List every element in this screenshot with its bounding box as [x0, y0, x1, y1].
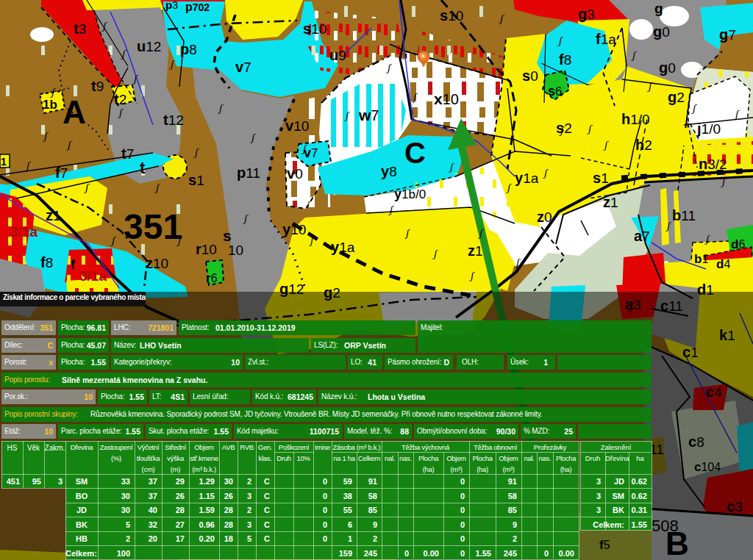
svg-text:z1: z1 [468, 243, 483, 259]
svg-text:v10: v10 [285, 118, 309, 134]
svg-text:d4: d4 [716, 257, 730, 271]
svg-text:s10: s10 [440, 7, 463, 24]
svg-text:g3: g3 [578, 6, 595, 22]
svg-text:f8: f8 [559, 51, 571, 68]
svg-text:t7: t7 [121, 146, 134, 162]
svg-text:p8: p8 [180, 41, 197, 57]
svg-text:A: A [63, 94, 86, 130]
svg-text:s: s [223, 227, 232, 244]
svg-text:n3/2: n3/2 [699, 156, 727, 172]
svg-text:a7: a7 [634, 228, 650, 244]
svg-text:h1/0: h1/0 [621, 111, 650, 127]
svg-text:b11: b11 [672, 207, 696, 223]
svg-text:s1: s1 [188, 172, 204, 188]
svg-text:s0: s0 [522, 68, 538, 84]
svg-text:351: 351 [124, 207, 182, 246]
svg-text:✳: ✳ [419, 51, 426, 60]
svg-text:r6: r6 [206, 271, 218, 285]
svg-text:p11: p11 [237, 165, 260, 181]
svg-text:v7: v7 [304, 146, 318, 160]
svg-text:f: f [71, 257, 76, 272]
svg-text:y1a: y1a [331, 239, 355, 255]
svg-text:s6: s6 [548, 84, 562, 98]
svg-text:10: 10 [228, 243, 243, 258]
svg-text:1: 1 [1, 156, 7, 168]
svg-text:3/1a: 3/1a [79, 268, 107, 284]
svg-text:d6: d6 [731, 237, 745, 251]
svg-text:w7: w7 [358, 107, 379, 123]
svg-text:g: g [654, 1, 663, 16]
svg-text:y1a: y1a [515, 170, 539, 186]
svg-text:z10: z10 [146, 255, 168, 271]
svg-text:y8: y8 [381, 163, 397, 179]
svg-text:f1a: f1a [596, 31, 616, 47]
svg-text:z1: z1 [46, 207, 61, 223]
svg-text:t9: t9 [91, 78, 104, 94]
svg-text:1b: 1b [43, 98, 57, 112]
svg-text:f7: f7 [55, 165, 68, 181]
svg-text:s10: s10 [303, 21, 326, 37]
svg-text:r10: r10 [196, 241, 217, 257]
svg-text:v0: v0 [287, 165, 303, 182]
svg-text:u9: u9 [329, 47, 346, 63]
svg-text:b1: b1 [694, 252, 708, 266]
svg-text:z0: z0 [537, 209, 552, 225]
svg-text:s1: s1 [593, 170, 609, 186]
svg-text:t: t [140, 159, 146, 177]
svg-text:3/1a: 3/1a [10, 224, 38, 240]
svg-text:y10: y10 [282, 221, 306, 237]
svg-text:p3: p3 [165, 0, 178, 11]
svg-text:y1b/0: y1b/0 [394, 187, 426, 201]
svg-text:v7: v7 [235, 59, 251, 75]
svg-text:g7: g7 [719, 26, 736, 43]
svg-text:t3: t3 [74, 21, 86, 37]
svg-text:g2: g2 [668, 89, 685, 105]
svg-text:s2: s2 [556, 120, 572, 136]
svg-text:h2: h2 [635, 137, 652, 153]
svg-text:g0: g0 [653, 24, 670, 40]
svg-text:C: C [404, 137, 426, 169]
svg-text:j1/0: j1/0 [696, 121, 721, 137]
svg-text:p702: p702 [185, 1, 210, 13]
svg-text:u12: u12 [137, 38, 161, 54]
svg-text:z1: z1 [603, 194, 618, 210]
svg-text:t2: t2 [114, 91, 126, 107]
svg-text:x10: x10 [434, 90, 459, 107]
svg-text:t12: t12 [163, 112, 184, 128]
svg-text:g0: g0 [659, 60, 676, 76]
svg-text:f8: f8 [40, 254, 53, 270]
